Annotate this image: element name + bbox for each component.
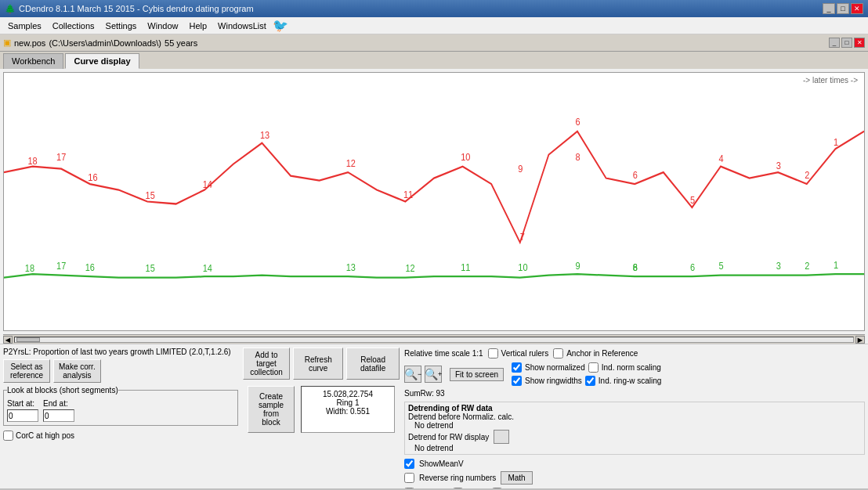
zoom-out-button[interactable]: 🔍− — [404, 366, 421, 383]
vertical-rulers-checkbox[interactable] — [488, 348, 498, 358]
make-corr-analysis-button[interactable]: Make corr.analysis — [53, 359, 101, 383]
title-bar: 🌲 CDendro 8.1.1 March 15 2015 - Cybis de… — [0, 0, 868, 17]
skeleton-row: Skeleton — [404, 488, 448, 488]
svg-text:9: 9 — [576, 260, 580, 272]
start-label: Start at: — [7, 399, 38, 408]
corrc-checkbox[interactable] — [3, 431, 13, 441]
scroll-right-btn[interactable]: ► — [855, 336, 865, 344]
curve-checkbox[interactable] — [453, 488, 463, 488]
reverse-ring-checkbox[interactable] — [404, 473, 414, 483]
show-normalized-checkbox[interactable] — [512, 362, 522, 373]
maximize-button[interactable]: □ — [837, 3, 849, 14]
reload-datafile-button[interactable]: Reload datafile — [346, 348, 400, 380]
svg-text:8: 8 — [576, 151, 580, 163]
info-line1: 15.028,22.754 — [308, 390, 388, 398]
nonorm-row: NoNorm — [492, 488, 534, 488]
svg-text:6: 6 — [576, 116, 580, 128]
svg-text:6: 6 — [690, 261, 695, 273]
chart-area: -> later times -> 18 17 16 15 14 13 12 1… — [3, 72, 865, 331]
svg-text:11: 11 — [461, 261, 470, 273]
skeleton-checkbox[interactable] — [404, 488, 414, 488]
ind-norm-scaling-checkbox[interactable] — [588, 362, 599, 373]
detrend-slider[interactable] — [494, 430, 509, 444]
doc-minimize[interactable]: _ — [829, 38, 840, 48]
menu-settings[interactable]: Settings — [101, 20, 142, 32]
segments-box: Look at blocks (short segments) Start at… — [3, 386, 238, 426]
segment-inputs: Start at: End at: — [7, 399, 234, 422]
sumrw-label: SumRw: 93 — [404, 389, 445, 398]
anchor-ref-row: Anchor in Reference — [553, 348, 638, 358]
chart-svg: 18 17 16 15 14 13 12 11 10 9 8 7 6 6 5 4… — [4, 73, 864, 330]
svg-text:2: 2 — [805, 169, 809, 181]
start-input[interactable] — [7, 409, 38, 422]
doc-title: ▣ new.pos (C:\Users\admin\Downloads\) 55… — [3, 38, 197, 48]
vertical-rulers-label: Vertical rulers — [501, 349, 549, 358]
svg-text:2: 2 — [805, 260, 809, 272]
menu-samples[interactable]: Samples — [3, 20, 46, 32]
collection-btn-row: Add to targetcollection Refresh curve Re… — [243, 348, 400, 380]
show-ringwidths-checkbox[interactable] — [512, 376, 522, 386]
menu-windowslist[interactable]: WindowsList — [213, 20, 271, 32]
p2yrsl-label: P2YrsL: Proportion of last two years gro… — [3, 348, 238, 356]
bottom-checkboxes-row: Skeleton Curve NoNorm — [404, 487, 865, 488]
doc-controls[interactable]: _ □ ✕ — [829, 38, 865, 48]
reverse-ring-row: Reverse ring numbers Math — [404, 471, 865, 485]
svg-text:12: 12 — [405, 262, 414, 274]
svg-text:3: 3 — [776, 260, 781, 272]
select-as-reference-button[interactable]: Select asreference — [3, 359, 50, 383]
sumrw-row: SumRw: 93 — [404, 389, 865, 398]
vertical-rulers-row: Vertical rulers — [488, 348, 549, 358]
svg-text:1: 1 — [834, 259, 838, 271]
fit-to-screen-button[interactable]: Fit to screen — [450, 368, 504, 381]
end-input[interactable] — [43, 409, 74, 422]
nonorm-checkbox[interactable] — [492, 488, 502, 488]
svg-text:15: 15 — [146, 189, 155, 201]
svg-text:18: 18 — [28, 155, 38, 167]
ind-ringw-scaling-label: Ind. ring-w scaling — [599, 377, 662, 385]
scroll-left-btn[interactable]: ◄ — [3, 336, 13, 344]
tab-curve-display[interactable]: Curve display — [65, 53, 139, 69]
refresh-curve-button[interactable]: Refresh curve — [293, 348, 343, 380]
svg-text:10: 10 — [461, 151, 470, 163]
add-to-target-button[interactable]: Add to targetcollection — [243, 348, 290, 380]
anchor-ref-label: Anchor in Reference — [566, 349, 638, 358]
menu-bar: Samples Collections Settings Window Help… — [0, 17, 868, 34]
ind-norm-scaling-label: Ind. norm scaling — [602, 363, 661, 372]
relative-scale-label: Relative time scale 1:1 — [404, 349, 483, 358]
scrollbar-thumb[interactable] — [16, 337, 40, 342]
show-mean-checkbox[interactable] — [404, 459, 414, 469]
menu-window[interactable]: Window — [143, 20, 183, 32]
info-line2: Ring 1 — [308, 398, 388, 407]
tab-workbench[interactable]: Workbench — [3, 53, 63, 69]
end-col: End at: — [43, 399, 74, 422]
create-sample-button[interactable]: Createsamplefromblock — [248, 386, 295, 433]
doc-close[interactable]: ✕ — [854, 38, 865, 48]
ind-ringw-scaling-checkbox[interactable] — [585, 376, 595, 386]
svg-text:10: 10 — [518, 261, 527, 273]
svg-text:16: 16 — [88, 171, 97, 183]
segments-legend: Look at blocks (short segments) — [7, 386, 118, 395]
doc-icon: ▣ — [3, 38, 11, 48]
svg-text:3: 3 — [776, 160, 781, 171]
detrend-no-detrend1: No detrend — [408, 421, 861, 430]
svg-text:15: 15 — [146, 262, 155, 274]
doc-bar: ▣ new.pos (C:\Users\admin\Downloads\) 55… — [0, 34, 868, 52]
minimize-button[interactable]: _ — [823, 3, 835, 14]
anchor-ref-checkbox[interactable] — [553, 348, 563, 358]
svg-text:12: 12 — [346, 157, 356, 169]
close-button[interactable]: ✕ — [851, 3, 863, 14]
main-content: -> later times -> 18 17 16 15 14 13 12 1… — [0, 69, 868, 488]
doc-maximize[interactable]: □ — [841, 38, 852, 48]
math-button[interactable]: Math — [501, 471, 532, 485]
menu-help[interactable]: Help — [184, 20, 212, 32]
svg-text:6: 6 — [633, 169, 638, 181]
relative-scale-row: Relative time scale 1:1 Vertical rulers … — [404, 348, 865, 359]
app-icon: 🌲 — [5, 4, 16, 14]
menu-collections[interactable]: Collections — [48, 20, 99, 32]
scrollbar-track[interactable] — [14, 337, 854, 343]
title-bar-controls[interactable]: _ □ ✕ — [823, 3, 863, 14]
panel-right: Relative time scale 1:1 Vertical rulers … — [404, 348, 865, 485]
action-buttons-row: Select asreference Make corr.analysis — [3, 359, 238, 383]
zoom-in-button[interactable]: 🔍+ — [425, 366, 442, 383]
horizontal-scrollbar[interactable]: ◄ ► — [3, 334, 865, 344]
